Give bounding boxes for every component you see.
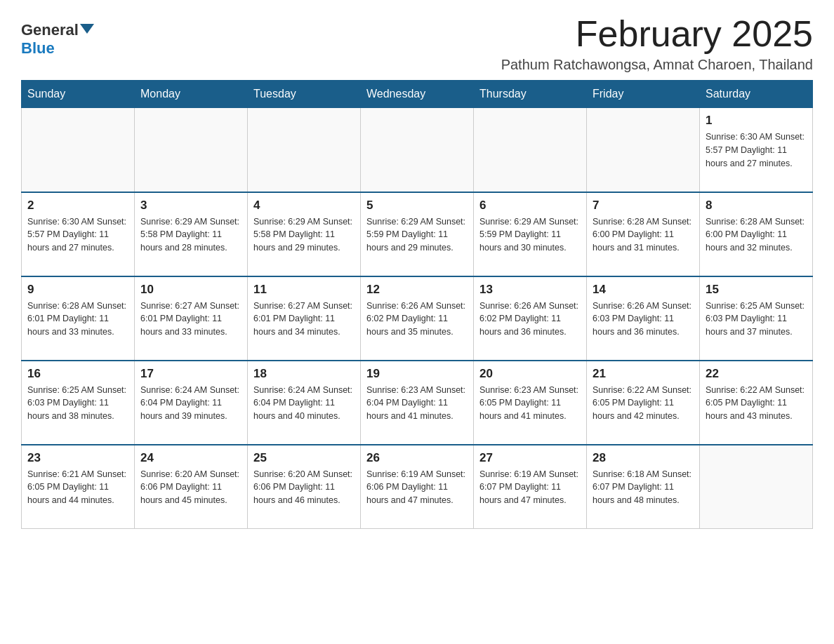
day-number: 26: [366, 451, 468, 465]
calendar-cell: 20Sunrise: 6:23 AM Sunset: 6:05 PM Dayli…: [474, 361, 587, 445]
day-info: Sunrise: 6:24 AM Sunset: 6:04 PM Dayligh…: [140, 384, 241, 423]
weekday-header-tuesday: Tuesday: [248, 81, 361, 108]
day-info: Sunrise: 6:29 AM Sunset: 5:58 PM Dayligh…: [253, 215, 355, 255]
day-info: Sunrise: 6:26 AM Sunset: 6:03 PM Dayligh…: [593, 300, 694, 339]
day-number: 23: [27, 451, 128, 465]
day-number: 10: [140, 283, 241, 297]
calendar-cell: 21Sunrise: 6:22 AM Sunset: 6:05 PM Dayli…: [587, 361, 700, 445]
day-info: Sunrise: 6:23 AM Sunset: 6:04 PM Dayligh…: [366, 384, 468, 423]
title-area: February 2025 Pathum Ratchawongsa, Amnat…: [501, 14, 813, 73]
calendar-cell: [361, 108, 474, 192]
calendar-week-row: 1Sunrise: 6:30 AM Sunset: 5:57 PM Daylig…: [22, 108, 813, 192]
day-info: Sunrise: 6:20 AM Sunset: 6:06 PM Dayligh…: [140, 468, 241, 507]
day-info: Sunrise: 6:28 AM Sunset: 6:00 PM Dayligh…: [706, 215, 807, 255]
day-number: 21: [593, 367, 694, 381]
calendar-cell: 2Sunrise: 6:30 AM Sunset: 5:57 PM Daylig…: [22, 192, 135, 276]
day-info: Sunrise: 6:21 AM Sunset: 6:05 PM Dayligh…: [27, 468, 128, 507]
day-info: Sunrise: 6:25 AM Sunset: 6:03 PM Dayligh…: [706, 300, 807, 339]
calendar-cell: 7Sunrise: 6:28 AM Sunset: 6:00 PM Daylig…: [587, 192, 700, 276]
day-info: Sunrise: 6:20 AM Sunset: 6:06 PM Dayligh…: [253, 468, 355, 507]
day-info: Sunrise: 6:22 AM Sunset: 6:05 PM Dayligh…: [706, 384, 807, 423]
calendar-week-row: 23Sunrise: 6:21 AM Sunset: 6:05 PM Dayli…: [22, 445, 813, 529]
calendar-cell: [700, 445, 813, 529]
day-info: Sunrise: 6:29 AM Sunset: 5:59 PM Dayligh…: [479, 215, 581, 255]
calendar-cell: 24Sunrise: 6:20 AM Sunset: 6:06 PM Dayli…: [135, 445, 248, 529]
logo-blue-text: Blue: [21, 39, 55, 58]
calendar-table: SundayMondayTuesdayWednesdayThursdayFrid…: [21, 80, 813, 529]
calendar-cell: [22, 108, 135, 192]
day-number: 12: [366, 283, 468, 297]
day-number: 13: [479, 283, 581, 297]
calendar-cell: [135, 108, 248, 192]
day-number: 16: [27, 367, 128, 381]
weekday-header-wednesday: Wednesday: [361, 81, 474, 108]
day-number: 7: [593, 199, 694, 213]
day-info: Sunrise: 6:30 AM Sunset: 5:57 PM Dayligh…: [706, 130, 807, 170]
calendar-cell: 13Sunrise: 6:26 AM Sunset: 6:02 PM Dayli…: [474, 276, 587, 361]
day-info: Sunrise: 6:29 AM Sunset: 5:59 PM Dayligh…: [366, 215, 468, 255]
day-info: Sunrise: 6:25 AM Sunset: 6:03 PM Dayligh…: [27, 384, 128, 423]
calendar-cell: 28Sunrise: 6:18 AM Sunset: 6:07 PM Dayli…: [587, 445, 700, 529]
header: General Blue February 2025 Pathum Ratcha…: [21, 14, 813, 73]
day-number: 14: [593, 283, 694, 297]
day-number: 5: [366, 199, 468, 213]
calendar-cell: 14Sunrise: 6:26 AM Sunset: 6:03 PM Dayli…: [587, 276, 700, 361]
day-info: Sunrise: 6:26 AM Sunset: 6:02 PM Dayligh…: [479, 300, 581, 339]
calendar-cell: [474, 108, 587, 192]
day-number: 2: [27, 199, 128, 213]
calendar-week-row: 2Sunrise: 6:30 AM Sunset: 5:57 PM Daylig…: [22, 192, 813, 276]
calendar-cell: 17Sunrise: 6:24 AM Sunset: 6:04 PM Dayli…: [135, 361, 248, 445]
calendar-cell: 3Sunrise: 6:29 AM Sunset: 5:58 PM Daylig…: [135, 192, 248, 276]
logo-general-text: General: [21, 21, 79, 39]
day-number: 24: [140, 451, 241, 465]
day-number: 27: [479, 451, 581, 465]
weekday-header-friday: Friday: [587, 81, 700, 108]
calendar-header-row: SundayMondayTuesdayWednesdayThursdayFrid…: [22, 81, 813, 108]
weekday-header-saturday: Saturday: [700, 81, 813, 108]
calendar-cell: 15Sunrise: 6:25 AM Sunset: 6:03 PM Dayli…: [700, 276, 813, 361]
calendar-cell: 1Sunrise: 6:30 AM Sunset: 5:57 PM Daylig…: [700, 108, 813, 192]
calendar-cell: 12Sunrise: 6:26 AM Sunset: 6:02 PM Dayli…: [361, 276, 474, 361]
day-number: 4: [253, 199, 355, 213]
day-info: Sunrise: 6:28 AM Sunset: 6:01 PM Dayligh…: [27, 300, 128, 339]
day-info: Sunrise: 6:22 AM Sunset: 6:05 PM Dayligh…: [593, 384, 694, 423]
calendar-week-row: 9Sunrise: 6:28 AM Sunset: 6:01 PM Daylig…: [22, 276, 813, 361]
calendar-cell: 4Sunrise: 6:29 AM Sunset: 5:58 PM Daylig…: [248, 192, 361, 276]
calendar-cell: 16Sunrise: 6:25 AM Sunset: 6:03 PM Dayli…: [22, 361, 135, 445]
day-number: 20: [479, 367, 581, 381]
day-info: Sunrise: 6:19 AM Sunset: 6:06 PM Dayligh…: [366, 468, 468, 507]
logo: General Blue: [21, 21, 94, 58]
calendar-cell: [248, 108, 361, 192]
day-info: Sunrise: 6:27 AM Sunset: 6:01 PM Dayligh…: [140, 300, 241, 339]
day-info: Sunrise: 6:18 AM Sunset: 6:07 PM Dayligh…: [593, 468, 694, 507]
day-info: Sunrise: 6:26 AM Sunset: 6:02 PM Dayligh…: [366, 300, 468, 339]
day-number: 28: [593, 451, 694, 465]
day-info: Sunrise: 6:19 AM Sunset: 6:07 PM Dayligh…: [479, 468, 581, 507]
calendar-cell: 9Sunrise: 6:28 AM Sunset: 6:01 PM Daylig…: [22, 276, 135, 361]
calendar-cell: 5Sunrise: 6:29 AM Sunset: 5:59 PM Daylig…: [361, 192, 474, 276]
day-number: 3: [140, 199, 241, 213]
day-info: Sunrise: 6:29 AM Sunset: 5:58 PM Dayligh…: [140, 215, 241, 255]
day-number: 9: [27, 283, 128, 297]
day-number: 25: [253, 451, 355, 465]
day-info: Sunrise: 6:28 AM Sunset: 6:00 PM Dayligh…: [593, 215, 694, 255]
weekday-header-thursday: Thursday: [474, 81, 587, 108]
logo-triangle-icon: [80, 24, 94, 34]
day-number: 6: [479, 199, 581, 213]
calendar-cell: 10Sunrise: 6:27 AM Sunset: 6:01 PM Dayli…: [135, 276, 248, 361]
calendar-cell: 18Sunrise: 6:24 AM Sunset: 6:04 PM Dayli…: [248, 361, 361, 445]
day-number: 18: [253, 367, 355, 381]
day-number: 17: [140, 367, 241, 381]
day-number: 15: [706, 283, 807, 297]
calendar-cell: [587, 108, 700, 192]
calendar-cell: 26Sunrise: 6:19 AM Sunset: 6:06 PM Dayli…: [361, 445, 474, 529]
day-number: 8: [706, 199, 807, 213]
day-info: Sunrise: 6:23 AM Sunset: 6:05 PM Dayligh…: [479, 384, 581, 423]
weekday-header-monday: Monday: [135, 81, 248, 108]
day-info: Sunrise: 6:30 AM Sunset: 5:57 PM Dayligh…: [27, 215, 128, 255]
calendar-cell: 22Sunrise: 6:22 AM Sunset: 6:05 PM Dayli…: [700, 361, 813, 445]
calendar-cell: 19Sunrise: 6:23 AM Sunset: 6:04 PM Dayli…: [361, 361, 474, 445]
calendar-week-row: 16Sunrise: 6:25 AM Sunset: 6:03 PM Dayli…: [22, 361, 813, 445]
day-info: Sunrise: 6:24 AM Sunset: 6:04 PM Dayligh…: [253, 384, 355, 423]
calendar-cell: 11Sunrise: 6:27 AM Sunset: 6:01 PM Dayli…: [248, 276, 361, 361]
